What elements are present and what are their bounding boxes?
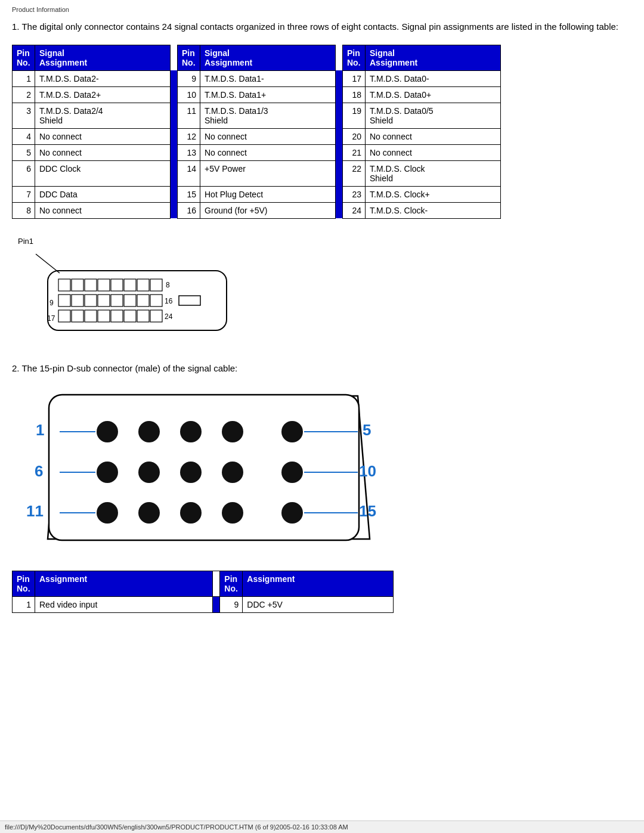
svg-text:11: 11 xyxy=(26,502,44,520)
pin-num-col1: 6 xyxy=(13,160,35,186)
dsub-pin-table: PinNo. Assignment PinNo. Assignment 1Red… xyxy=(12,571,394,613)
pin-num-col2: 14 xyxy=(178,160,200,186)
signal-col1: DDC Clock xyxy=(35,160,171,186)
signal-col2: T.M.D.S. Data1/3Shield xyxy=(200,103,336,128)
svg-point-31 xyxy=(222,421,243,442)
svg-rect-7 xyxy=(124,279,136,291)
signal-col1: DDC Data xyxy=(35,186,171,202)
signal-col3: T.M.D.S. Clock- xyxy=(366,202,501,218)
svg-rect-8 xyxy=(137,279,149,291)
svg-rect-19 xyxy=(58,310,70,322)
row3-start-label: 17 xyxy=(47,314,55,323)
pin-num-col2: 15 xyxy=(178,186,200,202)
svg-rect-5 xyxy=(98,279,110,291)
row2-end-label: 16 xyxy=(165,297,173,305)
pin-num-col2: 11 xyxy=(178,103,200,128)
svg-rect-22 xyxy=(98,310,110,322)
pin-num-col2: 10 xyxy=(178,86,200,103)
pin-num-col3: 19 xyxy=(343,103,366,128)
col3-pin-header: PinNo. xyxy=(343,45,366,70)
pin-num-col3: 22 xyxy=(343,160,366,186)
breadcrumb: Product Information xyxy=(12,6,632,13)
svg-point-30 xyxy=(180,421,202,442)
dsub-section: 2. The 15-pin D-sub connector (male) of … xyxy=(12,363,632,613)
pin-row-3: 17 24 xyxy=(47,310,173,323)
svg-rect-4 xyxy=(85,279,97,291)
svg-rect-13 xyxy=(98,295,110,306)
svg-line-0 xyxy=(36,254,60,273)
svg-rect-6 xyxy=(111,279,123,291)
svg-point-40 xyxy=(180,502,202,524)
col2-signal-header: SignalAssignment xyxy=(200,45,336,70)
signal-col3: T.M.D.S. Data0/5Shield xyxy=(366,103,501,128)
signal-col3: T.M.D.S. Data0+ xyxy=(366,86,501,103)
svg-point-41 xyxy=(222,502,243,524)
svg-rect-3 xyxy=(72,279,83,291)
dsub-col2-pin-header: PinNo. xyxy=(220,571,243,596)
svg-rect-26 xyxy=(150,310,162,322)
pin-num-col3: 18 xyxy=(343,86,366,103)
svg-rect-10 xyxy=(58,295,70,306)
col3-signal-header: SignalAssignment xyxy=(366,45,501,70)
signal-col3: T.M.D.S. Data0- xyxy=(366,70,501,86)
svg-point-34 xyxy=(138,462,160,483)
svg-rect-21 xyxy=(85,310,97,322)
pin-num-col1: 3 xyxy=(13,103,35,128)
intro-text: 1. The digital only connector contains 2… xyxy=(12,20,632,34)
signal-col1: T.M.D.S. Data2+ xyxy=(35,86,171,103)
dsub-table-row: 1Red video input9DDC +5V xyxy=(13,596,394,612)
dvi-diagram: 8 9 16 17 xyxy=(18,248,268,343)
svg-point-39 xyxy=(138,502,160,524)
table-row: 1T.M.D.S. Data2-9T.M.D.S. Data1-17T.M.D.… xyxy=(13,70,501,86)
svg-text:15: 15 xyxy=(359,502,376,520)
pin-num-col1: 2 xyxy=(13,86,35,103)
pin-num-col3: 24 xyxy=(343,202,366,218)
col2-pin-header: PinNo. xyxy=(178,45,200,70)
signal-col1: No connect xyxy=(35,202,171,218)
pin-row-2: 9 16 xyxy=(49,295,200,307)
signal-col1: No connect xyxy=(35,128,171,144)
svg-rect-2 xyxy=(58,279,70,291)
table-row: 2T.M.D.S. Data2+10T.M.D.S. Data1+18T.M.D… xyxy=(13,86,501,103)
signal-col2: T.M.D.S. Data1- xyxy=(200,70,336,86)
svg-rect-20 xyxy=(72,310,83,322)
pin-assignment-table: PinNo. SignalAssignment PinNo. SignalAss… xyxy=(12,45,501,219)
pin-num-col2: 13 xyxy=(178,144,200,160)
signal-col2: +5V Power xyxy=(200,160,336,186)
signal-col3: No connect xyxy=(366,144,501,160)
svg-point-38 xyxy=(97,502,118,524)
dsub-col2-signal-header: Assignment xyxy=(243,571,394,596)
col1-pin-header: PinNo. xyxy=(13,45,35,70)
pin-num-col1: 5 xyxy=(13,144,35,160)
signal-col3: T.M.D.S. ClockShield xyxy=(366,160,501,186)
svg-point-36 xyxy=(222,462,243,483)
svg-point-32 xyxy=(281,421,303,442)
signal-col2: T.M.D.S. Data1+ xyxy=(200,86,336,103)
table-row: 6DDC Clock14+5V Power22T.M.D.S. ClockShi… xyxy=(13,160,501,186)
table-row: 7DDC Data15Hot Plug Detect23T.M.D.S. Clo… xyxy=(13,186,501,202)
dsub-diagram: 1 5 6 10 11 15 xyxy=(24,384,632,559)
svg-rect-9 xyxy=(150,279,162,291)
signal-col1: T.M.D.S. Data2- xyxy=(35,70,171,86)
svg-text:1: 1 xyxy=(36,421,44,439)
row2-start-label: 9 xyxy=(49,299,54,307)
pin-num-col2: 9 xyxy=(178,70,200,86)
dsub-pin-num-col2: 9 xyxy=(220,596,243,612)
signal-col2: No connect xyxy=(200,144,336,160)
dsub-signal-col2: DDC +5V xyxy=(243,596,394,612)
svg-rect-16 xyxy=(137,295,149,306)
pin-row-1: 8 xyxy=(58,279,170,291)
signal-col1: No connect xyxy=(35,144,171,160)
svg-rect-17 xyxy=(150,295,162,306)
pin-num-col2: 12 xyxy=(178,128,200,144)
signal-col3: No connect xyxy=(366,128,501,144)
svg-rect-15 xyxy=(124,295,136,306)
svg-point-28 xyxy=(97,421,118,442)
pin-num-col3: 23 xyxy=(343,186,366,202)
svg-rect-24 xyxy=(124,310,136,322)
signal-col2: Ground (for +5V) xyxy=(200,202,336,218)
dsub-signal-col1: Red video input xyxy=(35,596,213,612)
svg-text:10: 10 xyxy=(359,462,376,480)
dsub-intro-text: 2. The 15-pin D-sub connector (male) of … xyxy=(12,363,632,373)
status-bar: file:///D|/My%20Documents/dfu/300WN5/eng… xyxy=(0,820,644,833)
